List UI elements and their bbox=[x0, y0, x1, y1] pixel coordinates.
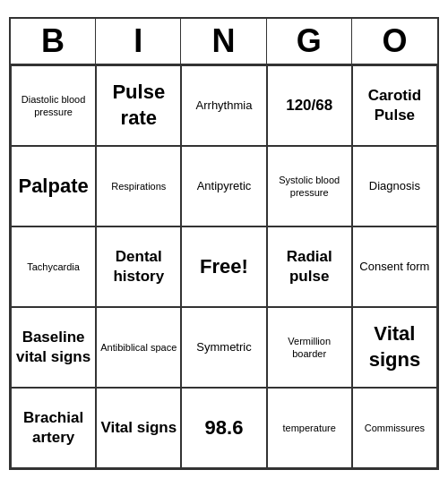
bingo-cell-4: Carotid Pulse bbox=[352, 65, 437, 146]
header-letter-i: I bbox=[96, 19, 181, 64]
bingo-cell-1: Pulse rate bbox=[96, 65, 181, 146]
bingo-cell-7: Antipyretic bbox=[181, 146, 266, 226]
bingo-cell-6: Respirations bbox=[96, 146, 181, 226]
bingo-cell-13: Radial pulse bbox=[267, 226, 352, 307]
bingo-header: BINGO bbox=[11, 19, 437, 65]
bingo-cell-0: Diastolic blood pressure bbox=[11, 65, 96, 146]
bingo-cell-16: Antibiblical space bbox=[96, 307, 181, 388]
bingo-cell-14: Consent form bbox=[352, 226, 437, 307]
bingo-cell-17: Symmetric bbox=[181, 307, 266, 388]
header-letter-b: B bbox=[11, 19, 96, 64]
bingo-cell-12: Free! bbox=[181, 226, 266, 307]
bingo-cell-3: 120/68 bbox=[267, 65, 352, 146]
bingo-cell-8: Systolic blood pressure bbox=[267, 146, 352, 226]
bingo-card: BINGO Diastolic blood pressurePulse rate… bbox=[9, 17, 439, 470]
bingo-cell-2: Arrhythmia bbox=[181, 65, 266, 146]
bingo-cell-9: Diagnosis bbox=[352, 146, 437, 226]
bingo-cell-22: 98.6 bbox=[181, 388, 266, 468]
bingo-cell-11: Dental history bbox=[96, 226, 181, 307]
header-letter-g: G bbox=[267, 19, 352, 64]
bingo-cell-19: Vital signs bbox=[352, 307, 437, 388]
header-letter-n: N bbox=[181, 19, 266, 64]
bingo-cell-20: Brachial artery bbox=[11, 388, 96, 468]
bingo-cell-23: temperature bbox=[267, 388, 352, 468]
header-letter-o: O bbox=[352, 19, 437, 64]
bingo-grid: Diastolic blood pressurePulse rateArrhyt… bbox=[11, 65, 437, 468]
bingo-cell-5: Palpate bbox=[11, 146, 96, 226]
bingo-cell-18: Vermillion boarder bbox=[267, 307, 352, 388]
bingo-cell-10: Tachycardia bbox=[11, 226, 96, 307]
bingo-cell-24: Commissures bbox=[352, 388, 437, 468]
bingo-cell-15: Baseline vital signs bbox=[11, 307, 96, 388]
bingo-cell-21: Vital signs bbox=[96, 388, 181, 468]
